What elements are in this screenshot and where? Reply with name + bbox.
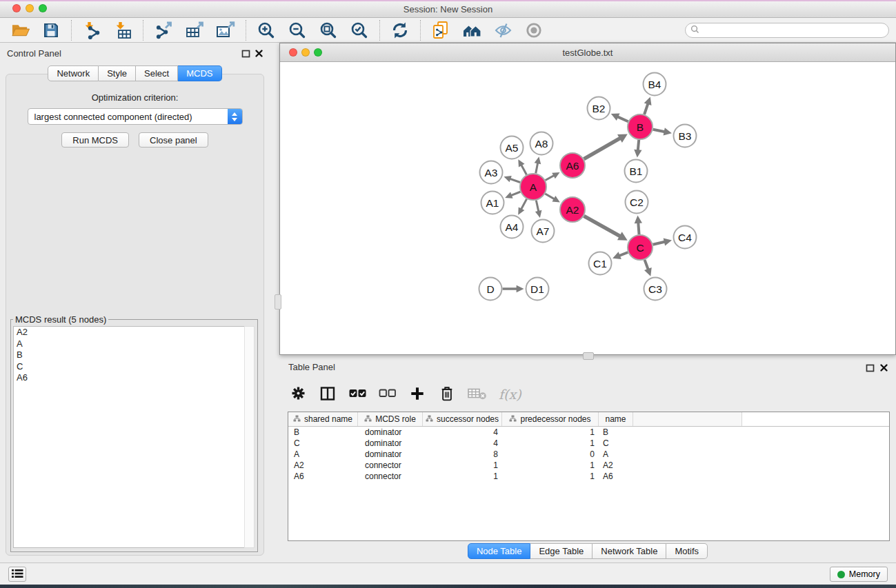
select-all-button[interactable]	[348, 384, 367, 405]
svg-text:C3: C3	[648, 283, 662, 295]
node-B3[interactable]: B3	[674, 125, 697, 148]
table-row[interactable]: Adominator80A	[288, 449, 889, 460]
network-canvas[interactable]: AA1A2A3A4A5A6A7A8BB1B2B3B4CC1C2C3C4DD1	[280, 62, 895, 354]
node-B1[interactable]: B1	[625, 160, 648, 183]
svg-text:A5: A5	[506, 142, 519, 154]
node-A2[interactable]: A2	[560, 197, 585, 222]
export-image-button[interactable]	[215, 20, 236, 41]
table-cell: A2	[599, 460, 633, 471]
node-A5[interactable]: A5	[501, 136, 524, 159]
tab-select[interactable]: Select	[136, 65, 178, 81]
zoom-fit-button[interactable]	[318, 20, 339, 41]
import-network-button[interactable]	[81, 20, 102, 41]
tab-node-table[interactable]: Node Table	[468, 543, 531, 559]
tab-motifs[interactable]: Motifs	[666, 543, 708, 559]
tab-network-table[interactable]: Network Table	[593, 543, 666, 559]
svg-text:A2: A2	[566, 204, 579, 216]
node-B[interactable]: B	[628, 114, 653, 139]
table-panel-title: Table Panel	[288, 362, 335, 372]
criterion-dropdown[interactable]: largest connected component (directed)	[28, 108, 243, 125]
column-header-predecessor-nodes[interactable]: predecessor nodes	[502, 412, 599, 426]
search-icon	[690, 24, 699, 37]
node-A4[interactable]: A4	[501, 216, 524, 239]
result-item[interactable]: A	[14, 338, 244, 350]
svg-text:A1: A1	[486, 197, 499, 209]
node-A1[interactable]: A1	[481, 192, 504, 214]
float-panel-icon[interactable]	[240, 48, 251, 59]
node-D[interactable]: D	[479, 278, 502, 301]
node-C1[interactable]: C1	[589, 252, 612, 275]
save-session-button[interactable]	[41, 20, 61, 41]
split-panel-button[interactable]	[319, 384, 337, 405]
zoom-in-button[interactable]	[256, 20, 277, 41]
mcds-result-box: MCDS result (5 nodes) A2ABCA6	[10, 314, 258, 552]
node-A8[interactable]: A8	[530, 132, 553, 155]
close-panel-button[interactable]: Close panel	[139, 132, 208, 148]
split-panel-icon	[319, 385, 336, 404]
tab-style[interactable]: Style	[99, 65, 136, 81]
column-header-successor-nodes[interactable]: successor nodes	[423, 412, 502, 426]
zoom-out-button[interactable]	[287, 20, 308, 41]
memory-button[interactable]: Memory	[830, 567, 888, 582]
node-D1[interactable]: D1	[526, 278, 549, 301]
result-item[interactable]: B	[14, 349, 244, 361]
settings-gear-button[interactable]	[289, 384, 307, 405]
result-item[interactable]: C	[14, 361, 244, 373]
table-float-panel-icon[interactable]	[864, 362, 875, 373]
column-header-MCDS-role[interactable]: MCDS role	[358, 412, 423, 426]
show-eye-button[interactable]	[524, 20, 544, 41]
node-A7[interactable]: A7	[532, 220, 555, 243]
network-window-titlebar[interactable]: testGlobe.txt	[280, 43, 895, 62]
tab-edge-table[interactable]: Edge Table	[530, 543, 593, 559]
tab-network[interactable]: Network	[48, 65, 99, 81]
node-B4[interactable]: B4	[644, 73, 666, 96]
node-C2[interactable]: C2	[626, 191, 648, 214]
mcds-result-list: A2ABCA6	[13, 326, 245, 548]
node-B2[interactable]: B2	[588, 97, 610, 120]
hide-eye-button[interactable]	[492, 20, 513, 41]
zoom-selected-button[interactable]	[349, 20, 370, 41]
open-session-button[interactable]	[10, 20, 30, 41]
table-row[interactable]: A6connector11A6	[288, 471, 889, 482]
export-network-button[interactable]	[153, 20, 174, 41]
left-splitter-grip[interactable]	[275, 294, 281, 310]
delete-row-button[interactable]	[438, 384, 456, 405]
import-table-button[interactable]	[112, 20, 133, 41]
memory-label: Memory	[849, 569, 880, 579]
node-C3[interactable]: C3	[644, 278, 667, 301]
settings-gear-icon	[290, 385, 306, 403]
column-header-name[interactable]: name	[599, 412, 633, 426]
main-toolbar	[0, 18, 896, 43]
bottom-splitter-grip[interactable]	[583, 352, 594, 360]
table-cell: B	[599, 427, 633, 438]
node-C4[interactable]: C4	[674, 226, 697, 249]
tab-mcds[interactable]: MCDS	[178, 65, 221, 81]
table-row[interactable]: A2connector11A2	[288, 460, 889, 471]
node-A[interactable]: A	[520, 174, 546, 200]
result-item[interactable]: A6	[14, 372, 244, 384]
result-scrollbar[interactable]	[244, 326, 255, 548]
search-input[interactable]	[702, 25, 888, 36]
table-cell: 1	[502, 427, 599, 438]
deselect-all-button[interactable]	[379, 384, 397, 405]
run-mcds-button[interactable]: Run MCDS	[61, 132, 129, 148]
column-header-shared-name[interactable]: shared name	[288, 412, 358, 426]
table-cell: connector	[358, 471, 423, 482]
table-close-panel-icon[interactable]	[878, 362, 889, 373]
result-item[interactable]: A2	[14, 327, 244, 338]
node-A3[interactable]: A3	[480, 161, 503, 184]
table-row[interactable]: Bdominator41B	[288, 427, 889, 438]
svg-text:A4: A4	[506, 221, 519, 233]
table-row[interactable]: Cdominator41C	[288, 438, 889, 449]
node-C[interactable]: C	[628, 235, 653, 260]
export-table-button[interactable]	[184, 20, 205, 41]
node-A6[interactable]: A6	[560, 153, 585, 178]
refresh-button[interactable]	[390, 20, 410, 41]
home-view-button[interactable]	[461, 20, 482, 41]
svg-text:B: B	[637, 121, 644, 133]
search-field[interactable]	[685, 23, 889, 38]
close-panel-icon[interactable]	[253, 48, 264, 59]
add-row-button[interactable]	[408, 384, 426, 405]
clone-network-button[interactable]	[430, 20, 451, 41]
show-panels-button[interactable]	[8, 567, 26, 582]
